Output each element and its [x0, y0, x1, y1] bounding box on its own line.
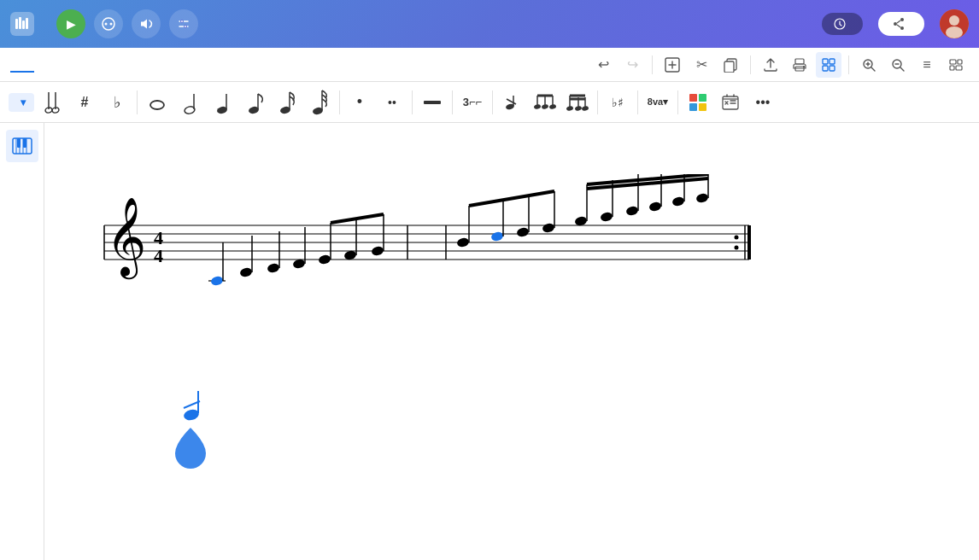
hamburger-menu[interactable]: ≡	[914, 52, 940, 78]
tuplet-button[interactable]: 3⌐⌐	[458, 88, 487, 117]
svg-rect-28	[823, 59, 828, 64]
print-button[interactable]	[787, 52, 812, 78]
svg-rect-25	[795, 59, 804, 64]
svg-point-135	[600, 211, 613, 222]
svg-point-9	[181, 20, 184, 23]
dotted-button[interactable]: •	[345, 88, 374, 117]
svg-rect-3	[26, 18, 28, 29]
add-measure-button[interactable]	[660, 52, 685, 78]
grace-note-button[interactable]	[498, 88, 527, 117]
svg-rect-2	[22, 20, 25, 29]
double-dotted-button[interactable]: ••	[378, 88, 407, 117]
app-logo	[10, 12, 41, 36]
cut-button[interactable]: ✂	[689, 52, 714, 78]
zoom-out-button[interactable]	[885, 52, 911, 78]
settings-button[interactable]	[169, 9, 198, 38]
double-note-button[interactable]	[38, 88, 67, 117]
music-staff[interactable]: 𝄞 4 4	[79, 174, 753, 311]
svg-rect-24	[724, 61, 734, 73]
more-note-options[interactable]: •••	[748, 88, 777, 117]
svg-point-45	[44, 107, 52, 114]
svg-point-113	[267, 262, 280, 273]
svg-point-117	[318, 254, 331, 265]
svg-rect-31	[830, 66, 835, 71]
svg-point-141	[671, 195, 685, 207]
logo-icon	[10, 12, 34, 36]
share-button[interactable]	[878, 12, 924, 36]
svg-point-109	[210, 275, 224, 286]
play-button[interactable]: ▶	[56, 9, 85, 38]
svg-rect-0	[15, 19, 18, 29]
delete-button[interactable]	[716, 88, 745, 117]
svg-point-124	[456, 236, 470, 248]
redo-button[interactable]: ↪	[619, 52, 645, 78]
double-beam-button[interactable]	[563, 88, 592, 117]
flat-button[interactable]: ♭	[103, 88, 132, 117]
svg-text:4: 4	[154, 245, 163, 266]
upload-button[interactable]	[758, 52, 783, 78]
user-avatar[interactable]	[940, 9, 969, 38]
sound-button[interactable]	[132, 9, 161, 38]
save-status	[822, 13, 863, 35]
svg-rect-94	[17, 138, 21, 148]
svg-line-15	[897, 20, 900, 23]
svg-rect-81	[699, 103, 706, 111]
svg-point-130	[542, 222, 555, 233]
more-options[interactable]	[943, 52, 969, 78]
svg-line-38	[900, 67, 904, 71]
view-button[interactable]	[816, 52, 841, 78]
rest-button[interactable]	[418, 88, 447, 117]
piano-sidebar-button[interactable]	[6, 130, 38, 162]
tab-dynamic[interactable]	[82, 57, 106, 73]
svg-rect-39	[950, 60, 956, 64]
svg-rect-59	[424, 101, 441, 104]
zoom-in-button[interactable]	[856, 52, 882, 78]
svg-line-35	[871, 67, 875, 71]
main-canvas: 𝄞 4 4	[44, 123, 979, 560]
tab-articulation[interactable]	[34, 57, 58, 73]
svg-rect-80	[689, 103, 697, 111]
notation-area: 𝄞 4 4	[79, 174, 945, 311]
svg-rect-30	[823, 66, 828, 71]
svg-point-68	[548, 103, 556, 109]
sixteenth-note-button[interactable]	[273, 88, 302, 117]
svg-rect-29	[830, 59, 835, 64]
whole-note-button[interactable]	[143, 88, 172, 117]
tab-ornament[interactable]	[58, 57, 82, 73]
svg-point-18	[949, 15, 959, 26]
svg-point-13	[900, 18, 904, 21]
toolbar-tabs: ↩ ↪ ✂	[0, 48, 979, 82]
tab-note[interactable]	[10, 57, 34, 73]
beam-button[interactable]	[531, 88, 560, 117]
sidebar	[0, 123, 44, 560]
loop-button[interactable]	[94, 9, 123, 38]
svg-rect-1	[19, 17, 21, 29]
eighth-note-button[interactable]	[240, 88, 269, 117]
color-button[interactable]	[683, 88, 712, 117]
svg-point-150	[735, 246, 739, 250]
svg-point-137	[625, 205, 639, 216]
accidental-button[interactable]: ♭♯	[603, 88, 632, 117]
octave-button[interactable]: 8va▾	[643, 88, 672, 117]
drop-indicator	[173, 426, 208, 472]
tab-text[interactable]	[130, 57, 154, 73]
svg-point-126	[490, 230, 504, 242]
svg-point-14	[900, 26, 904, 30]
svg-point-48	[154, 103, 161, 107]
svg-rect-78	[689, 94, 697, 102]
svg-rect-41	[950, 66, 954, 70]
undo-button[interactable]: ↩	[590, 52, 616, 78]
quarter-note-button[interactable]	[208, 88, 237, 117]
toolbar-actions: ↩ ↪ ✂	[590, 52, 969, 78]
sharp-button[interactable]: #	[70, 88, 99, 117]
svg-rect-27	[803, 66, 805, 67]
thirtysecond-note-button[interactable]	[305, 88, 334, 117]
svg-point-67	[541, 103, 548, 109]
voice-selector[interactable]: ▾	[9, 93, 34, 112]
tab-measure[interactable]	[106, 57, 130, 73]
copy-button[interactable]	[718, 52, 743, 78]
half-note-button[interactable]	[175, 88, 204, 117]
svg-point-74	[574, 105, 582, 111]
note-toolbar: ▾ # ♭	[0, 82, 979, 123]
svg-point-149	[735, 236, 739, 240]
